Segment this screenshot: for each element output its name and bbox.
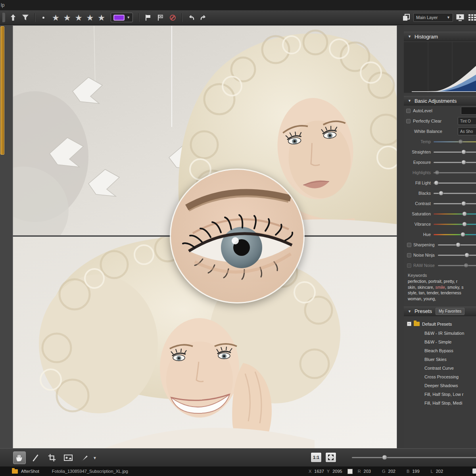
- brush-tool-button[interactable]: [78, 451, 91, 464]
- slider-label: Highlights: [405, 170, 431, 175]
- crop-tool-button[interactable]: [46, 451, 58, 464]
- slider-row-temp: Temp: [404, 136, 476, 147]
- blacks-slider-handle[interactable]: [439, 191, 443, 196]
- hue-slider-track[interactable]: [434, 234, 476, 235]
- exposure-slider-track[interactable]: [434, 162, 476, 163]
- my-favorites-button[interactable]: My Favorites: [436, 308, 464, 315]
- noise-ninja-slider-handle[interactable]: [464, 253, 469, 257]
- basic-adjustments-header[interactable]: ▼ Basic Adjustments: [404, 96, 476, 106]
- saturation-slider-handle[interactable]: [462, 211, 467, 216]
- catalog-tab[interactable]: AfterShot: [21, 469, 39, 474]
- temp-slider-handle[interactable]: [458, 139, 463, 144]
- preset-item[interactable]: Cross Processing: [404, 372, 476, 381]
- left-panel-tab[interactable]: [0, 26, 4, 155]
- zoom-slider-track[interactable]: [352, 457, 476, 458]
- star-icon[interactable]: ★: [98, 13, 105, 22]
- no-rating-dot[interactable]: [42, 17, 44, 19]
- color-label-swatch: [113, 15, 125, 21]
- preset-item[interactable]: Bluer Skies: [404, 355, 476, 364]
- keyword-text: skin, skincare,: [408, 285, 435, 290]
- autolevel-options-button[interactable]: [461, 107, 476, 115]
- slideshow-button[interactable]: [455, 12, 465, 23]
- straighten-tool-button[interactable]: [29, 451, 42, 464]
- collapse-triangle-icon: ▼: [408, 309, 411, 313]
- straighten-slider-handle[interactable]: [461, 150, 466, 154]
- l-value: 202: [436, 469, 443, 474]
- star-icon[interactable]: ★: [75, 13, 83, 22]
- keywords-label: Keywords: [408, 273, 476, 278]
- actual-size-button[interactable]: 1:1: [311, 452, 322, 463]
- star-icon[interactable]: ★: [86, 13, 94, 22]
- remove-flag-button[interactable]: [167, 12, 178, 23]
- noise-ninja-checkbox[interactable]: [407, 253, 411, 257]
- preset-item[interactable]: B&W - Simple: [404, 338, 476, 346]
- upload-button[interactable]: [8, 12, 18, 23]
- star-icon[interactable]: ★: [52, 13, 60, 22]
- raw-noise-checkbox[interactable]: [407, 263, 411, 268]
- preset-item[interactable]: Fill, Half Stop, Low r: [404, 390, 476, 399]
- contrast-slider-handle[interactable]: [461, 201, 466, 206]
- blacks-slider-track[interactable]: [434, 193, 476, 194]
- perfectly-clear-checkbox[interactable]: [406, 119, 411, 123]
- image-canvas[interactable]: [13, 25, 397, 449]
- filter-button[interactable]: [20, 12, 31, 23]
- bottom-toolbar: ▼ 1:1 35%: [0, 448, 476, 466]
- pan-tool-button[interactable]: [13, 451, 26, 464]
- fill-light-slider-track[interactable]: [434, 182, 476, 184]
- redeye-tool-button[interactable]: [62, 451, 75, 464]
- flag-reject-button[interactable]: [155, 12, 165, 23]
- exposure-slider-handle[interactable]: [461, 160, 466, 165]
- fill-light-slider-handle[interactable]: [434, 180, 439, 185]
- layers-icon: [402, 13, 411, 22]
- zoom-slider-handle[interactable]: [382, 455, 387, 460]
- clipped-left-button[interactable]: [2, 13, 5, 22]
- noise-ninja-slider-track[interactable]: [438, 255, 476, 256]
- undo-button[interactable]: [186, 12, 196, 23]
- sharpening-checkbox[interactable]: [407, 243, 411, 247]
- vibrance-slider-track[interactable]: [434, 224, 476, 225]
- flag-pick-button[interactable]: [143, 12, 153, 23]
- menu-help-fragment[interactable]: lp: [1, 2, 4, 8]
- up-arrow-icon: [10, 14, 16, 21]
- preset-root-row[interactable]: − Default Presets: [404, 319, 476, 329]
- hue-slider-handle[interactable]: [461, 232, 465, 237]
- contrast-slider-track[interactable]: [434, 203, 476, 204]
- histogram-header[interactable]: ▼ Histogram: [404, 32, 476, 41]
- highlights-slider-handle[interactable]: [435, 170, 440, 175]
- preset-item[interactable]: Fill, Half Stop, Medi: [404, 399, 476, 407]
- redo-button[interactable]: [198, 12, 209, 23]
- highlights-slider-track[interactable]: [434, 172, 476, 173]
- tool-dropdown-caret[interactable]: ▼: [93, 456, 97, 460]
- vibrance-slider-handle[interactable]: [462, 222, 467, 226]
- sharpening-slider-handle[interactable]: [456, 242, 461, 247]
- star-icon[interactable]: ★: [63, 13, 71, 22]
- folder-icon: [414, 322, 420, 326]
- presets-header[interactable]: ▼ Presets My Favorites: [404, 307, 476, 316]
- straighten-slider-track[interactable]: [434, 152, 476, 153]
- raw-noise-slider-track[interactable]: [438, 265, 476, 266]
- layer-select[interactable]: Main Layer ▼: [413, 13, 453, 22]
- fit-to-window-button[interactable]: [325, 452, 336, 463]
- temp-slider-track[interactable]: [434, 141, 476, 142]
- eye-closeup-image: [171, 170, 305, 303]
- keywords-text[interactable]: perfection, portrait, pretty, rskin, ski…: [408, 278, 476, 302]
- sharpening-slider-track[interactable]: [438, 244, 476, 246]
- keywords-line: style, tan, tender, tenderness: [408, 290, 476, 296]
- autolevel-checkbox[interactable]: [406, 109, 411, 113]
- preset-item[interactable]: Bleach Bypass: [404, 346, 476, 355]
- white-balance-dropdown[interactable]: As Sho: [458, 127, 476, 135]
- thumbnails-button[interactable]: [467, 12, 476, 23]
- autolevel-label: AutoLevel: [413, 108, 432, 113]
- saturation-slider-track[interactable]: [434, 213, 476, 215]
- undo-icon: [187, 14, 195, 21]
- preset-item[interactable]: Deeper Shadows: [404, 381, 476, 390]
- tree-collapse-icon[interactable]: −: [407, 322, 411, 326]
- slider-label: Saturation: [405, 211, 431, 216]
- raw-noise-slider-handle[interactable]: [464, 263, 468, 268]
- magnifier-loupe[interactable]: [170, 169, 305, 303]
- preset-item[interactable]: Contrast Curve: [404, 364, 476, 372]
- tint-dropdown[interactable]: Tint O: [458, 117, 476, 125]
- layers-button[interactable]: [401, 12, 411, 23]
- preset-item[interactable]: B&W - IR Simulation: [404, 329, 476, 338]
- color-label-button[interactable]: ▼: [111, 13, 133, 22]
